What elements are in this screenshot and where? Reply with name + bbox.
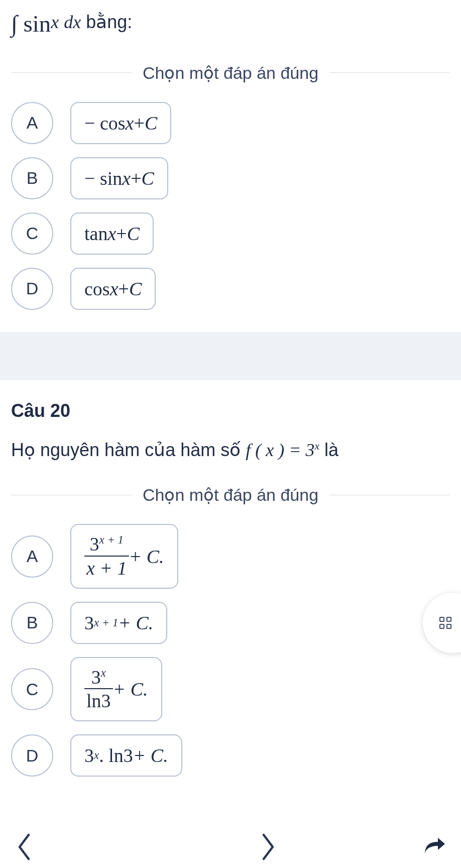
section-gap — [0, 332, 461, 380]
next-button[interactable] — [259, 832, 277, 864]
expr-tail: + C. — [118, 612, 153, 634]
instruction-divider: Chọn một đáp án đúng — [11, 63, 450, 83]
option-box: 3x . ln3 + C. — [70, 734, 182, 777]
option-box: − cosx + C — [70, 102, 171, 144]
option-letter: A — [11, 102, 53, 144]
divider-text: Chọn một đáp án đúng — [143, 485, 318, 505]
question-20: Câu 20 Họ nguyên hàm của hàm số f ( x ) … — [0, 400, 461, 777]
option-box: tanx + C — [70, 212, 154, 255]
option-b[interactable]: B 3x + 1 + C. — [11, 602, 450, 644]
stem-suffix: bằng: — [86, 12, 132, 32]
divider-text: Chọn một đáp án đúng — [143, 63, 318, 83]
mid: . ln3 — [99, 744, 133, 767]
bottom-nav — [0, 832, 461, 864]
denominator: ln3 — [84, 688, 113, 711]
question-number: Câu 20 — [11, 400, 450, 421]
option-letter: D — [11, 268, 53, 310]
option-letter: B — [11, 602, 53, 644]
expr-c: C — [129, 278, 142, 300]
options-list: A 3x + 1 x + 1 + C. B 3x + 1 + C. C 3x l… — [11, 524, 450, 777]
expr-c: C — [127, 223, 140, 245]
grid-icon — [439, 617, 451, 629]
divider-line-right — [329, 495, 450, 495]
expr-pre: − sin — [84, 167, 122, 189]
option-a[interactable]: A 3x + 1 x + 1 + C. — [11, 524, 450, 588]
divider-line-left — [11, 495, 132, 495]
denominator: x + 1 — [84, 556, 129, 579]
option-letter: D — [11, 734, 53, 777]
num-base: 3 — [91, 667, 101, 688]
numerator: 3x — [89, 667, 108, 689]
option-box: cosx + C — [70, 268, 156, 310]
option-letter: C — [11, 668, 53, 710]
option-box: − sinx + C — [70, 157, 168, 199]
numerator: 3x + 1 — [88, 534, 126, 556]
option-d[interactable]: D 3x . ln3 + C. — [11, 734, 450, 777]
option-letter: A — [11, 535, 53, 578]
expr-var: x — [122, 167, 131, 189]
expr-var: x — [110, 278, 119, 300]
option-letter: C — [11, 212, 53, 255]
exp: x — [94, 749, 99, 762]
divider-line-right — [329, 72, 450, 73]
base: 3 — [84, 612, 94, 634]
stem-post: là — [324, 440, 338, 460]
expr-pre: cos — [84, 278, 110, 300]
dx-d: d — [64, 12, 73, 32]
base: 3 — [84, 744, 94, 767]
instruction-divider: Chọn một đáp án đúng — [11, 485, 450, 505]
option-box: 3x ln3 + C. — [70, 657, 162, 721]
option-b[interactable]: B − sinx + C — [11, 157, 450, 199]
expr-var: x — [107, 223, 116, 245]
expr-plus: + — [134, 112, 144, 134]
divider-line-left — [11, 72, 132, 73]
prev-button[interactable] — [15, 832, 33, 864]
expr-tail: + C. — [113, 678, 148, 700]
question-19: ∫ sinx dx bằng: Chọn một đáp án đúng A −… — [0, 0, 461, 310]
forward-button[interactable] — [418, 835, 446, 861]
stem-f: f ( x ) = 3 — [246, 440, 314, 460]
stem-pre: Họ nguyên hàm của hàm số — [11, 440, 246, 460]
expr-plus: + — [119, 278, 129, 300]
var-x: x — [51, 12, 59, 32]
expr-plus: + — [116, 223, 127, 245]
dx-x: x — [73, 12, 81, 32]
option-d[interactable]: D cosx + C — [11, 268, 450, 310]
fraction: 3x + 1 x + 1 — [84, 534, 129, 578]
num-exp: x — [101, 667, 106, 679]
option-letter: B — [11, 157, 53, 199]
option-c[interactable]: C 3x ln3 + C. — [11, 657, 450, 721]
expr-pre: − cos — [84, 112, 126, 134]
exp: x + 1 — [94, 616, 118, 629]
expr-var: x — [126, 112, 134, 134]
expr-tail: + C. — [129, 546, 164, 568]
question-stem: ∫ sinx dx bằng: — [11, 0, 450, 43]
option-a[interactable]: A − cosx + C — [11, 102, 450, 144]
option-c[interactable]: C tanx + C — [11, 212, 450, 255]
num-exp: x + 1 — [99, 533, 124, 546]
integral-sign: ∫ sin — [11, 11, 51, 37]
expr-plus: + — [131, 167, 141, 189]
options-list: A − cosx + C B − sinx + C C tanx + C D c… — [11, 102, 450, 310]
option-box: 3x + 1 + C. — [70, 602, 167, 644]
expr-c: C — [145, 112, 157, 134]
expr-pre: tan — [84, 223, 107, 245]
expr-tail: + C. — [133, 744, 168, 767]
question-stem: Họ nguyên hàm của hàm số f ( x ) = 3x là — [11, 430, 450, 465]
stem-exp: x — [314, 440, 319, 452]
option-box: 3x + 1 x + 1 + C. — [70, 524, 178, 588]
fraction: 3x ln3 — [84, 667, 113, 711]
expr-c: C — [142, 167, 154, 189]
num-base: 3 — [90, 533, 99, 555]
